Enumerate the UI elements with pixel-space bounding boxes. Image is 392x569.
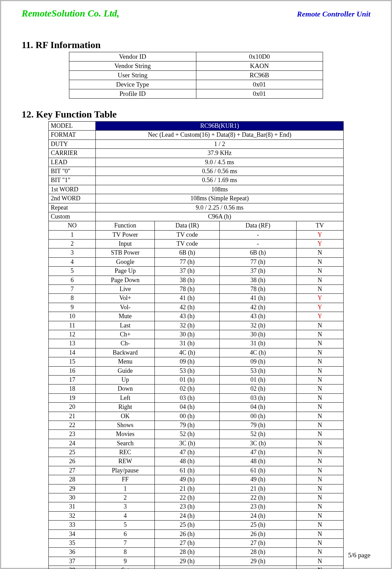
- kf-meta-label: BIT "0": [49, 167, 96, 176]
- kf-function: 8: [96, 548, 155, 557]
- kf-data-ir: 24 (h): [155, 511, 220, 520]
- kf-meta-label: DUTY: [49, 140, 96, 148]
- kf-data-ir: 49 (h): [155, 475, 220, 484]
- kf-data-ir: 28 (h): [155, 548, 220, 557]
- kf-meta-label: Custom: [49, 212, 96, 221]
- kf-no: 37: [49, 557, 96, 566]
- rf-value: 0x10D0: [196, 52, 323, 62]
- kf-function: 4: [96, 511, 155, 520]
- kf-meta-value: 108ms (Simple Repeat): [96, 194, 344, 203]
- kf-function: 5: [96, 521, 155, 529]
- kf-no: 24: [49, 439, 96, 448]
- table-row: 1TV PowerTV code-Y: [49, 230, 344, 239]
- kf-tv: N: [296, 384, 343, 393]
- table-row: 1st WORD108ms: [49, 185, 344, 194]
- kf-meta-value: 108ms: [96, 185, 344, 194]
- rf-label: User String: [69, 71, 196, 80]
- kf-data-rf: 31 (h): [220, 339, 296, 348]
- kf-function: Search: [96, 439, 155, 448]
- table-row: 2nd WORD108ms (Simple Repeat): [49, 194, 344, 203]
- kf-function: Movies: [96, 430, 155, 439]
- kf-tv: N: [296, 448, 343, 457]
- kf-data-rf: 52 (h): [220, 430, 296, 439]
- kf-no: 3: [49, 248, 96, 257]
- kf-no: 18: [49, 384, 96, 393]
- kf-no: 27: [49, 466, 96, 475]
- table-row: 18Down02 (h)02 (h)N: [49, 384, 344, 393]
- column-header: Data (RF): [220, 221, 296, 230]
- kf-meta-value: RC96B(KUR1): [96, 122, 344, 131]
- kf-data-ir: 78 (h): [155, 285, 220, 294]
- table-row: 14Backward4C (h)4C (h)N: [49, 348, 344, 357]
- kf-function: REW: [96, 457, 155, 466]
- table-row: LEAD9.0 / 4.5 ms: [49, 158, 344, 167]
- rf-info-table: Vendor ID0x10D0Vendor StringKAONUser Str…: [69, 52, 323, 99]
- kf-tv: N: [296, 267, 343, 276]
- kf-no: 25: [49, 448, 96, 457]
- kf-data-ir: TV code: [155, 230, 220, 239]
- kf-data-rf: 23 (h): [220, 502, 296, 511]
- kf-no: 2: [49, 239, 96, 248]
- kf-no: 29: [49, 484, 96, 493]
- column-header: NO: [49, 221, 96, 230]
- kf-data-rf: 53 (h): [220, 366, 296, 375]
- kf-no: 35: [49, 538, 96, 547]
- kf-meta-value: 1 / 2: [96, 140, 344, 148]
- kf-tv: N: [296, 375, 343, 384]
- table-header-row: NOFunctionData (IR)Data (RF)TV: [49, 221, 344, 230]
- table-row: 11Last32 (h)32 (h)N: [49, 321, 344, 330]
- kf-function: 7: [96, 538, 155, 547]
- kf-tv: N: [296, 566, 343, 569]
- column-header: Data (IR): [155, 221, 220, 230]
- table-row: Vendor ID0x10D0: [69, 52, 323, 62]
- kf-tv: N: [296, 330, 343, 339]
- kf-function: 3: [96, 502, 155, 511]
- kf-data-ir: 48 (h): [155, 457, 220, 466]
- kf-data-rf: 6B (h): [220, 248, 296, 257]
- kf-no: 6: [49, 276, 96, 284]
- kf-function: Live: [96, 285, 155, 294]
- kf-data-rf: 04 (h): [220, 403, 296, 412]
- rf-label: Profile ID: [69, 89, 196, 99]
- table-row: 29121 (h)21 (h)N: [49, 484, 344, 493]
- kf-data-ir: 79 (h): [155, 421, 220, 429]
- kf-data-ir: 31 (h): [155, 339, 220, 348]
- table-row: 2InputTV code-Y: [49, 239, 344, 248]
- table-row: 16Guide53 (h)53 (h)N: [49, 366, 344, 375]
- kf-function: Page Up: [96, 267, 155, 276]
- table-row: 4Google77 (h)77 (h)N: [49, 257, 344, 266]
- kf-data-ir: 53 (h): [155, 366, 220, 375]
- kf-data-ir: 61 (h): [155, 466, 220, 475]
- kf-no: 12: [49, 330, 96, 339]
- table-row: MODELRC96B(KUR1): [49, 122, 344, 131]
- kf-meta-label: CARRIER: [49, 149, 96, 158]
- kf-data-ir: 3C (h): [155, 439, 220, 448]
- kf-meta-value: C96A (h): [96, 212, 344, 221]
- kf-data-rf: 32 (h): [220, 321, 296, 330]
- kf-data-rf: 79 (h): [220, 421, 296, 429]
- rf-value: 0x01: [196, 89, 323, 99]
- kf-tv: N: [296, 285, 343, 294]
- kf-tv: N: [296, 412, 343, 421]
- kf-no: 38: [49, 566, 96, 569]
- kf-tv: N: [296, 339, 343, 348]
- kf-data-ir: 77 (h): [155, 257, 220, 266]
- table-row: BIT "0"0.56 / 0.56 ms: [49, 167, 344, 176]
- kf-tv: N: [296, 439, 343, 448]
- table-row: 25REC47 (h)47 (h)N: [49, 448, 344, 457]
- kf-tv: N: [296, 357, 343, 366]
- table-row: Device Type0x01: [69, 80, 323, 89]
- table-row: 38Set--N: [49, 566, 344, 569]
- kf-no: 8: [49, 294, 96, 303]
- kf-function: Up: [96, 375, 155, 384]
- kf-data-rf: 49 (h): [220, 475, 296, 484]
- kf-data-ir: 27 (h): [155, 538, 220, 547]
- column-header: TV: [296, 221, 343, 230]
- table-row: 19Left03 (h)03 (h)N: [49, 393, 344, 402]
- kf-data-rf: 25 (h): [220, 521, 296, 529]
- table-row: 35727 (h)27 (h)N: [49, 538, 344, 547]
- kf-data-rf: 38 (h): [220, 276, 296, 284]
- table-row: Repeat9.0 / 2.25 / 0.56 ms: [49, 203, 344, 212]
- kf-data-rf: 03 (h): [220, 393, 296, 402]
- table-row: 8Vol+41 (h)41 (h)Y: [49, 294, 344, 303]
